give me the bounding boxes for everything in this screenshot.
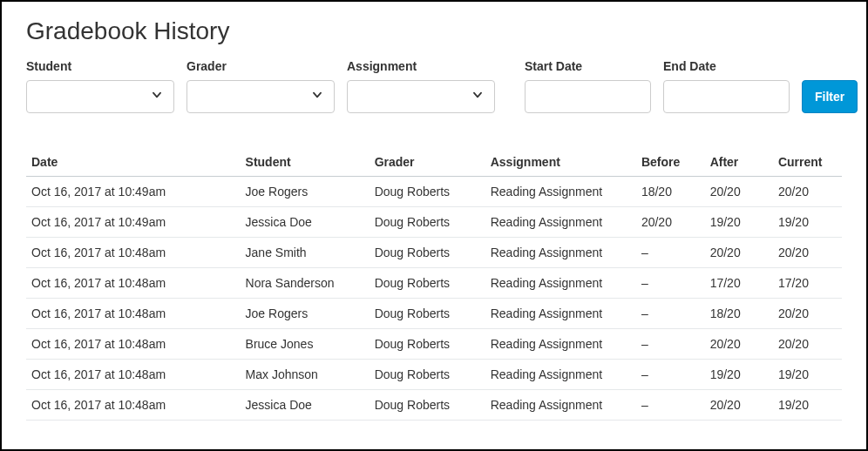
cell-grader: Doug Roberts	[370, 177, 485, 207]
end-date-input[interactable]	[663, 80, 790, 113]
col-before[interactable]: Before	[636, 148, 705, 177]
cell-current: 19/20	[773, 207, 842, 238]
cell-before: 20/20	[636, 207, 705, 238]
filter-bar: Student Grader Assignment Start Date End…	[26, 59, 842, 113]
cell-before: –	[636, 360, 705, 390]
page-title: Gradebook History	[26, 17, 842, 45]
cell-student: Jessica Doe	[241, 390, 370, 421]
chevron-down-icon	[151, 89, 163, 104]
filter-grader-label: Grader	[186, 59, 335, 73]
filter-student-label: Student	[26, 59, 174, 73]
table-row: Oct 16, 2017 at 10:48amBruce JonesDoug R…	[26, 329, 842, 360]
table-row: Oct 16, 2017 at 10:48amJessica DoeDoug R…	[26, 390, 842, 421]
cell-after: 17/20	[705, 268, 773, 299]
col-assignment[interactable]: Assignment	[485, 148, 636, 177]
col-after[interactable]: After	[705, 148, 773, 177]
cell-grader: Doug Roberts	[370, 238, 485, 268]
history-table: Date Student Grader Assignment Before Af…	[26, 148, 842, 421]
cell-student: Bruce Jones	[241, 329, 370, 360]
col-current[interactable]: Current	[773, 148, 842, 177]
cell-after: 19/20	[705, 360, 773, 390]
col-student[interactable]: Student	[241, 148, 370, 177]
cell-grader: Doug Roberts	[370, 207, 485, 238]
assignment-select[interactable]	[347, 80, 495, 113]
cell-date: Oct 16, 2017 at 10:48am	[26, 299, 241, 329]
cell-student: Max Johnson	[241, 360, 370, 390]
cell-date: Oct 16, 2017 at 10:48am	[26, 360, 241, 390]
filter-end-date: End Date	[663, 59, 790, 113]
cell-assignment: Reading Assignment	[485, 207, 636, 238]
cell-student: Jessica Doe	[241, 207, 370, 238]
cell-after: 20/20	[705, 390, 773, 421]
filter-assignment: Assignment	[347, 59, 495, 113]
cell-date: Oct 16, 2017 at 10:48am	[26, 268, 241, 299]
cell-student: Joe Rogers	[241, 299, 370, 329]
cell-after: 20/20	[705, 329, 773, 360]
cell-before: –	[636, 299, 705, 329]
cell-grader: Doug Roberts	[370, 329, 485, 360]
student-select[interactable]	[26, 80, 174, 113]
cell-current: 20/20	[773, 299, 842, 329]
filter-grader: Grader	[186, 59, 335, 113]
cell-assignment: Reading Assignment	[485, 390, 636, 421]
cell-date: Oct 16, 2017 at 10:48am	[26, 390, 241, 421]
col-grader[interactable]: Grader	[370, 148, 485, 177]
cell-before: –	[636, 329, 705, 360]
cell-current: 19/20	[773, 390, 842, 421]
cell-after: 20/20	[705, 238, 773, 268]
filter-start-date: Start Date	[525, 59, 651, 113]
cell-current: 19/20	[773, 360, 842, 390]
col-date[interactable]: Date	[26, 148, 241, 177]
cell-grader: Doug Roberts	[370, 360, 485, 390]
chevron-down-icon	[471, 89, 484, 104]
cell-before: –	[636, 238, 705, 268]
table-header-row: Date Student Grader Assignment Before Af…	[26, 148, 842, 177]
table-row: Oct 16, 2017 at 10:49amJessica DoeDoug R…	[26, 207, 842, 238]
filter-button[interactable]: Filter	[802, 80, 858, 113]
cell-before: –	[636, 268, 705, 299]
table-row: Oct 16, 2017 at 10:48amJane SmithDoug Ro…	[26, 238, 842, 268]
cell-assignment: Reading Assignment	[485, 177, 636, 207]
cell-before: 18/20	[636, 177, 705, 207]
grader-select[interactable]	[186, 80, 335, 113]
filter-start-date-label: Start Date	[525, 59, 651, 73]
cell-date: Oct 16, 2017 at 10:49am	[26, 177, 241, 207]
cell-date: Oct 16, 2017 at 10:49am	[26, 207, 241, 238]
cell-date: Oct 16, 2017 at 10:48am	[26, 329, 241, 360]
cell-date: Oct 16, 2017 at 10:48am	[26, 238, 241, 268]
cell-current: 20/20	[773, 238, 842, 268]
cell-after: 19/20	[705, 207, 773, 238]
cell-before: –	[636, 390, 705, 421]
table-row: Oct 16, 2017 at 10:48amNora SandersonDou…	[26, 268, 842, 299]
cell-assignment: Reading Assignment	[485, 299, 636, 329]
cell-grader: Doug Roberts	[370, 268, 485, 299]
cell-assignment: Reading Assignment	[485, 360, 636, 390]
cell-student: Joe Rogers	[241, 177, 370, 207]
cell-assignment: Reading Assignment	[485, 268, 636, 299]
cell-grader: Doug Roberts	[370, 390, 485, 421]
cell-student: Nora Sanderson	[241, 268, 370, 299]
filter-assignment-label: Assignment	[347, 59, 495, 73]
cell-assignment: Reading Assignment	[485, 238, 636, 268]
cell-grader: Doug Roberts	[370, 299, 485, 329]
filter-student: Student	[26, 59, 174, 113]
chevron-down-icon	[311, 89, 323, 104]
cell-current: 20/20	[773, 329, 842, 360]
table-row: Oct 16, 2017 at 10:48amJoe RogersDoug Ro…	[26, 299, 842, 329]
cell-current: 17/20	[773, 268, 842, 299]
filter-end-date-label: End Date	[663, 59, 790, 73]
cell-assignment: Reading Assignment	[485, 329, 636, 360]
cell-student: Jane Smith	[241, 238, 370, 268]
table-row: Oct 16, 2017 at 10:49amJoe RogersDoug Ro…	[26, 177, 842, 207]
cell-after: 18/20	[705, 299, 773, 329]
cell-current: 20/20	[773, 177, 842, 207]
table-row: Oct 16, 2017 at 10:48amMax JohnsonDoug R…	[26, 360, 842, 390]
cell-after: 20/20	[705, 177, 773, 207]
start-date-input[interactable]	[525, 80, 651, 113]
